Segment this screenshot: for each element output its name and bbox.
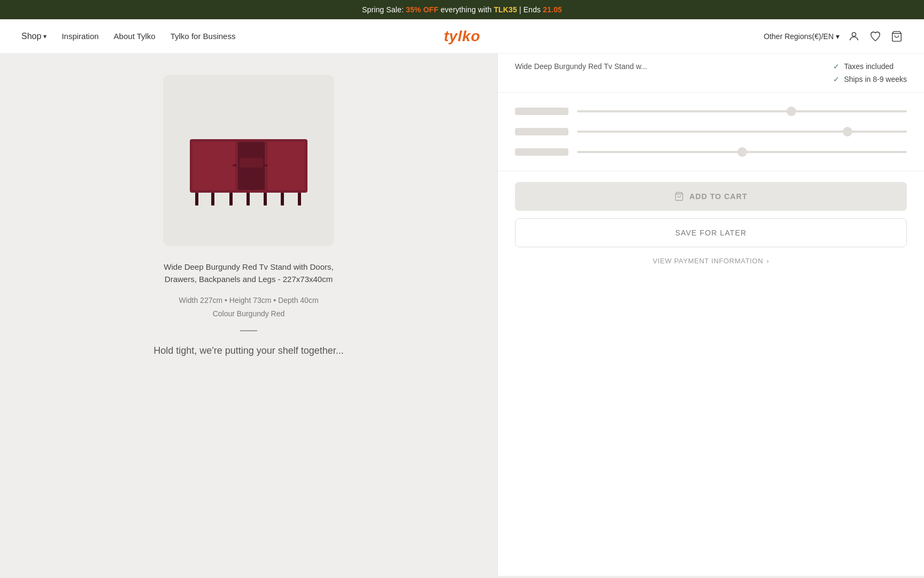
save-for-later-label: SAVE FOR LATER (675, 229, 746, 237)
wishlist-button[interactable] (869, 31, 881, 42)
sliders-section (498, 93, 924, 171)
product-title: Wide Deep Burgundy Red Tv Stand with Doo… (158, 261, 340, 285)
slider-label-1 (515, 108, 568, 115)
region-chevron-icon: ▾ (836, 32, 840, 41)
divider (240, 330, 257, 331)
specs-line2: Colour Burgundy Red (179, 307, 318, 321)
inspiration-link[interactable]: Inspiration (61, 32, 98, 41)
chevron-down-icon: ▾ (43, 33, 47, 40)
account-icon (848, 31, 860, 42)
svg-rect-7 (264, 164, 268, 166)
svg-rect-13 (264, 193, 267, 206)
slider-track-2 (577, 131, 907, 133)
nav-icons (848, 31, 903, 42)
nav-left: Shop ▾ Inspiration About Tylko Tylko for… (21, 32, 235, 41)
svg-rect-15 (298, 193, 301, 206)
slider-label-3 (515, 148, 568, 156)
slider-track-container-3[interactable] (577, 151, 907, 153)
ends-date: 21.05 (543, 5, 562, 14)
specs-line1: Width 227cm • Height 73cm • Depth 40cm (179, 294, 318, 307)
product-name-truncated: Wide Deep Burgundy Red Tv Stand w... (515, 62, 647, 71)
slider-track-1 (577, 110, 907, 112)
region-selector[interactable]: Other Regions(€)/EN ▾ (764, 32, 840, 41)
slider-row-2 (515, 128, 907, 135)
svg-point-0 (852, 32, 856, 36)
check-icon-taxes: ✓ (833, 62, 840, 71)
slider-thumb-2[interactable] (843, 127, 852, 136)
product-specs: Width 227cm • Height 73cm • Depth 40cm C… (179, 294, 318, 321)
region-label: Other Regions(€)/EN (764, 32, 834, 41)
add-to-cart-button[interactable]: ADD TO CART (515, 182, 907, 211)
shipping-badge: ✓ Ships in 8-9 weeks (833, 75, 907, 83)
slider-row-3 (515, 148, 907, 156)
ends-label: Ends (523, 5, 541, 14)
taxes-label: Taxes included (844, 62, 894, 71)
slider-track-container-1[interactable] (577, 110, 907, 112)
cart-icon (891, 31, 903, 42)
svg-rect-10 (211, 193, 214, 206)
svg-rect-8 (240, 158, 263, 168)
slider-thumb-3[interactable] (737, 147, 747, 157)
banner-text-middle: everything with (441, 5, 491, 14)
view-payment-link[interactable]: VIEW PAYMENT INFORMATION › (515, 257, 907, 265)
shop-label: Shop (21, 32, 41, 41)
cart-button[interactable] (891, 31, 903, 42)
business-link[interactable]: Tylko for Business (171, 32, 236, 41)
chevron-right-icon: › (766, 257, 769, 265)
product-header-row: Wide Deep Burgundy Red Tv Stand w... ✓ T… (498, 54, 924, 93)
svg-rect-14 (281, 193, 284, 206)
promo-code: TLK35 (494, 5, 517, 14)
svg-rect-6 (233, 164, 237, 166)
product-image (179, 107, 318, 214)
action-buttons: ADD TO CART SAVE FOR LATER VIEW PAYMENT … (498, 171, 924, 282)
view-payment-label: VIEW PAYMENT INFORMATION (653, 257, 764, 265)
taxes-badge: ✓ Taxes included (833, 62, 894, 71)
main-content: Wide Deep Burgundy Red Tv Stand with Doo… (0, 54, 924, 576)
about-link[interactable]: About Tylko (114, 32, 156, 41)
svg-rect-11 (229, 193, 233, 206)
info-badges: ✓ Taxes included ✓ Ships in 8-9 weeks (833, 62, 907, 83)
banner-text-prefix: Spring Sale: (362, 5, 404, 14)
cart-add-icon (674, 192, 684, 201)
promo-banner: Spring Sale: 35% OFF everything with TLK… (0, 0, 924, 19)
heart-icon (869, 31, 881, 42)
nav-right: Other Regions(€)/EN ▾ (764, 31, 903, 42)
product-image-container (163, 75, 334, 246)
loading-message: Hold tight, we're putting your shelf tog… (153, 345, 344, 356)
sale-label: 35% OFF (406, 5, 438, 14)
slider-row-1 (515, 108, 907, 115)
slider-track-container-2[interactable] (577, 131, 907, 133)
slider-thumb-1[interactable] (787, 107, 796, 116)
banner-pipe: | (519, 5, 523, 14)
svg-rect-3 (192, 142, 235, 190)
site-logo[interactable]: tylko (444, 28, 480, 45)
left-panel: Wide Deep Burgundy Red Tv Stand with Doo… (0, 54, 497, 576)
save-for-later-button[interactable]: SAVE FOR LATER (515, 218, 907, 247)
svg-rect-5 (267, 142, 305, 190)
shipping-label: Ships in 8-9 weeks (844, 75, 907, 83)
navigation: Shop ▾ Inspiration About Tylko Tylko for… (0, 19, 924, 54)
shop-menu[interactable]: Shop ▾ (21, 32, 47, 41)
check-icon-shipping: ✓ (833, 75, 840, 83)
slider-label-2 (515, 128, 568, 135)
svg-rect-9 (195, 193, 198, 206)
svg-rect-12 (247, 193, 250, 206)
right-panel: Wide Deep Burgundy Red Tv Stand w... ✓ T… (497, 54, 924, 576)
account-button[interactable] (848, 31, 860, 42)
add-to-cart-label: ADD TO CART (689, 192, 748, 201)
